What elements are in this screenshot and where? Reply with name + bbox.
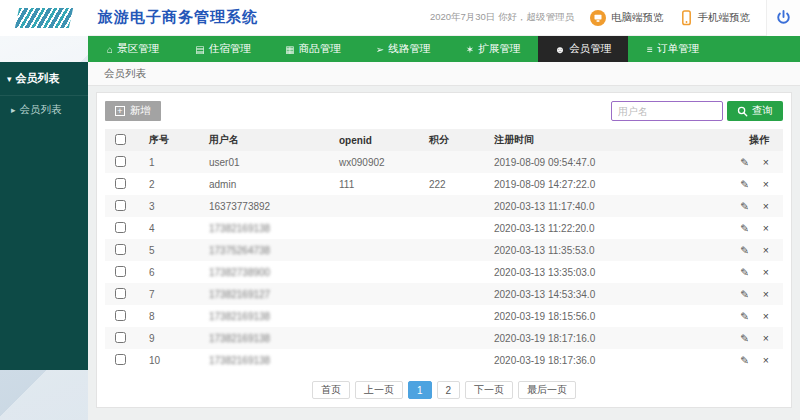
cell-index: 1	[145, 157, 205, 168]
cell-username: 17382169138	[205, 223, 335, 234]
header-checkbox-cell	[105, 134, 145, 147]
username-search-input[interactable]	[611, 101, 723, 121]
add-button[interactable]: + 新增	[105, 101, 161, 121]
page-first-button[interactable]: 首页	[312, 381, 350, 399]
row-checkbox[interactable]	[115, 178, 126, 189]
nav-tab-label: 扩展管理	[478, 42, 520, 56]
sidebar-item-member-list[interactable]: ▸ 会员列表	[0, 96, 88, 124]
nav-tab-order[interactable]: ≡订单管理	[628, 36, 718, 62]
row-checkbox[interactable]	[115, 332, 126, 343]
row-checkbox-cell	[105, 332, 145, 345]
nav-tab-icon: ☻	[555, 44, 566, 55]
delete-icon[interactable]: ×	[763, 201, 769, 212]
nav-tab-goods[interactable]: ▦商品管理	[268, 36, 358, 62]
delete-icon[interactable]: ×	[763, 157, 769, 168]
caret-right-icon: ▸	[11, 105, 16, 115]
delete-icon[interactable]: ×	[763, 223, 769, 234]
edit-icon[interactable]: ✎	[740, 179, 749, 190]
nav-tab-lodging[interactable]: ▤住宿管理	[178, 36, 268, 62]
cell-register-time: 2020-03-19 18:15:56.0	[490, 311, 730, 322]
breadcrumb: 会员列表	[88, 62, 800, 86]
delete-icon[interactable]: ×	[763, 267, 769, 278]
edit-icon[interactable]: ✎	[740, 311, 749, 322]
cell-register-time: 2020-03-13 13:35:03.0	[490, 267, 730, 278]
cell-username: 16373773892	[205, 201, 335, 212]
row-checkbox[interactable]	[115, 310, 126, 321]
page-prev-button[interactable]: 上一页	[355, 381, 403, 399]
select-all-checkbox[interactable]	[115, 134, 126, 145]
delete-icon[interactable]: ×	[763, 289, 769, 300]
nav-tab-member[interactable]: ☻会员管理	[538, 36, 628, 62]
table-header: 序号 用户名 openid 积分 注册时间 操作	[105, 129, 783, 151]
edit-icon[interactable]: ✎	[740, 289, 749, 300]
column-header-index: 序号	[145, 133, 205, 147]
logout-button[interactable]	[766, 0, 800, 36]
phone-icon	[680, 10, 693, 26]
delete-icon[interactable]: ×	[763, 311, 769, 322]
table-row: 7 17382169127 2020-03-13 14:53:34.0 ✎ ×	[105, 283, 783, 305]
app-title: 旅游电子商务管理系统	[98, 8, 258, 27]
cell-index: 7	[145, 289, 205, 300]
column-header-username: 用户名	[205, 133, 335, 147]
table-body: 1 user01 wx090902 2019-08-09 09:54:47.0 …	[105, 151, 783, 371]
page-last-button[interactable]: 最后一页	[518, 381, 576, 399]
table-row: 9 17382169138 2020-03-19 18:17:16.0 ✎ ×	[105, 327, 783, 349]
nav-tab-label: 会员管理	[569, 42, 611, 56]
page-2-button[interactable]: 2	[437, 381, 461, 399]
row-checkbox-cell	[105, 222, 145, 235]
row-checkbox-cell	[105, 178, 145, 191]
delete-icon[interactable]: ×	[763, 245, 769, 256]
pc-preview-button[interactable]: 电脑端预览	[590, 10, 664, 26]
cell-actions: ✎ ×	[730, 289, 783, 300]
nav-tab-scenic[interactable]: ⌂景区管理	[88, 36, 178, 62]
cell-register-time: 2020-03-13 11:22:20.0	[490, 223, 730, 234]
power-icon	[775, 9, 792, 26]
nav-tab-icon: ▤	[195, 44, 204, 55]
page-1-button[interactable]: 1	[408, 381, 432, 399]
row-checkbox[interactable]	[115, 222, 126, 233]
column-header-register-time: 注册时间	[490, 133, 730, 147]
row-checkbox[interactable]	[115, 354, 126, 365]
row-checkbox[interactable]	[115, 288, 126, 299]
page-next-button[interactable]: 下一页	[465, 381, 513, 399]
edit-icon[interactable]: ✎	[740, 157, 749, 168]
logo-icon	[15, 8, 73, 28]
cell-openid: 111	[335, 179, 425, 190]
edit-icon[interactable]: ✎	[740, 355, 749, 366]
row-checkbox[interactable]	[115, 156, 126, 167]
cell-openid: wx090902	[335, 157, 425, 168]
cell-register-time: 2020-03-13 14:53:34.0	[490, 289, 730, 300]
table-row: 6 17382738900 2020-03-13 13:35:03.0 ✎ ×	[105, 261, 783, 283]
row-checkbox[interactable]	[115, 200, 126, 211]
search-button[interactable]: 查询	[727, 101, 783, 121]
nav-tab-icon: ➢	[376, 44, 384, 55]
table-row: 10 17382169138 2020-03-19 18:17:36.0 ✎ ×	[105, 349, 783, 371]
edit-icon[interactable]: ✎	[740, 223, 749, 234]
sidebar-group-label: 会员列表	[16, 71, 60, 86]
delete-icon[interactable]: ×	[763, 355, 769, 366]
cell-username: 17382169138	[205, 311, 335, 322]
cell-actions: ✎ ×	[730, 267, 783, 278]
header-right: 2020年7月30日 你好，超级管理员 电脑端预览 手机端预览	[430, 0, 800, 36]
add-button-label: 新增	[130, 104, 151, 118]
nav-tab-extension[interactable]: ✶扩展管理	[448, 36, 538, 62]
sidebar-group-member-list[interactable]: ▾ 会员列表	[0, 62, 88, 96]
cell-index: 5	[145, 245, 205, 256]
edit-icon[interactable]: ✎	[740, 245, 749, 256]
delete-icon[interactable]: ×	[763, 333, 769, 344]
cell-username: 17382738900	[205, 267, 335, 278]
table-row: 1 user01 wx090902 2019-08-09 09:54:47.0 …	[105, 151, 783, 173]
search-button-label: 查询	[752, 104, 773, 118]
edit-icon[interactable]: ✎	[740, 333, 749, 344]
nav-tab-route[interactable]: ➢线路管理	[358, 36, 448, 62]
greeting-text: 2020年7月30日 你好，超级管理员	[430, 11, 574, 24]
row-checkbox[interactable]	[115, 266, 126, 277]
edit-icon[interactable]: ✎	[740, 267, 749, 278]
nav-tab-label: 订单管理	[657, 42, 699, 56]
edit-icon[interactable]: ✎	[740, 201, 749, 212]
mobile-preview-button[interactable]: 手机端预览	[680, 10, 751, 26]
cell-actions: ✎ ×	[730, 223, 783, 234]
row-checkbox[interactable]	[115, 244, 126, 255]
delete-icon[interactable]: ×	[763, 179, 769, 190]
cell-index: 2	[145, 179, 205, 190]
